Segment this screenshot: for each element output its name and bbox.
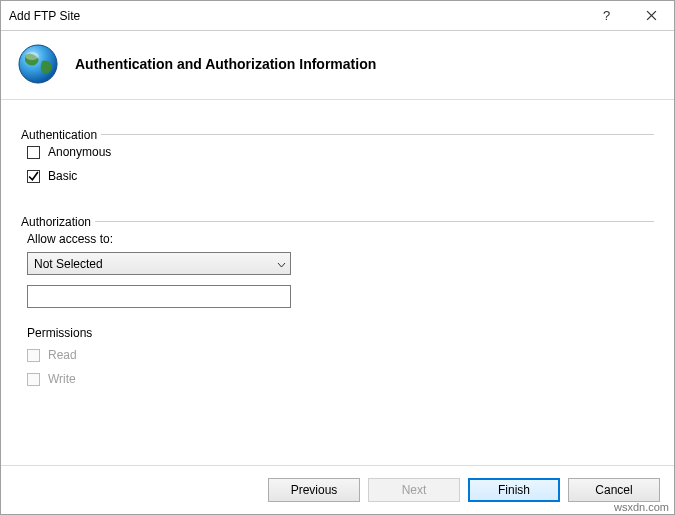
globe-icon	[17, 43, 59, 85]
finish-button[interactable]: Finish	[468, 478, 560, 502]
svg-point-3	[25, 52, 39, 60]
titlebar: Add FTP Site ?	[1, 1, 674, 31]
dialog-window: Add FTP Site ?	[0, 0, 675, 515]
authentication-label: Authentication	[21, 128, 101, 142]
divider	[21, 221, 654, 222]
anonymous-label: Anonymous	[48, 145, 111, 159]
permissions-label: Permissions	[27, 326, 654, 340]
watermark: wsxdn.com	[614, 501, 669, 513]
dialog-content: Authentication Anonymous Basic Authoriza…	[1, 100, 674, 465]
allow-access-label: Allow access to:	[27, 232, 654, 246]
dialog-header: Authentication and Authorization Informa…	[1, 31, 674, 100]
basic-checkbox[interactable]	[27, 170, 40, 183]
previous-button[interactable]: Previous	[268, 478, 360, 502]
basic-label: Basic	[48, 169, 77, 183]
divider	[21, 134, 654, 135]
next-button: Next	[368, 478, 460, 502]
anonymous-checkbox-row[interactable]: Anonymous	[27, 145, 654, 159]
authorization-group: Authorization Allow access to: Not Selec…	[21, 203, 654, 386]
authentication-group: Authentication Anonymous Basic	[21, 116, 654, 183]
authorization-label: Authorization	[21, 215, 95, 229]
read-checkbox-row: Read	[27, 348, 654, 362]
write-checkbox	[27, 373, 40, 386]
cancel-button[interactable]: Cancel	[568, 478, 660, 502]
chevron-down-icon	[277, 257, 286, 271]
svg-point-2	[19, 45, 57, 83]
read-label: Read	[48, 348, 77, 362]
allow-access-dropdown[interactable]: Not Selected	[27, 252, 291, 275]
basic-checkbox-row[interactable]: Basic	[27, 169, 654, 183]
dialog-footer: Previous Next Finish Cancel	[1, 465, 674, 514]
write-label: Write	[48, 372, 76, 386]
help-button[interactable]: ?	[584, 1, 629, 30]
allow-access-input[interactable]	[27, 285, 291, 308]
anonymous-checkbox[interactable]	[27, 146, 40, 159]
write-checkbox-row: Write	[27, 372, 654, 386]
close-button[interactable]	[629, 1, 674, 30]
window-title: Add FTP Site	[9, 9, 584, 23]
dialog-title: Authentication and Authorization Informa…	[75, 56, 376, 72]
dropdown-value: Not Selected	[34, 257, 103, 271]
read-checkbox	[27, 349, 40, 362]
